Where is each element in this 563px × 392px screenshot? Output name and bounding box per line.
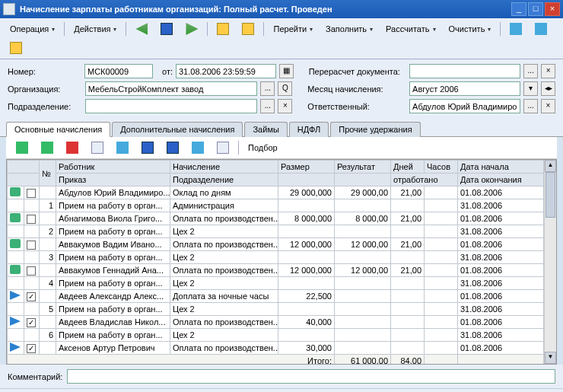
table-row[interactable]: 2Прием на работу в орган...Цех 231.08.20… [8,225,544,238]
add-row-button[interactable] [11,139,33,156]
table-row[interactable]: 5Прием на работу в орган...Цех 231.08.20… [8,303,544,316]
operation-menu[interactable]: Операция [5,22,60,36]
tab-loans[interactable]: Займы [244,122,287,137]
col-hours[interactable]: Часов [425,161,458,174]
table-row[interactable]: Абнагимова Виола Григо...Оплата по произ… [8,212,544,225]
month-spin-button[interactable]: ◂▸ [541,81,555,96]
tab-other[interactable]: Прочие удержания [330,122,420,137]
col-result[interactable]: Результат [335,161,391,174]
resp-clear-button[interactable]: × [541,99,555,113]
move-up-button[interactable] [136,139,159,156]
org-open-button[interactable]: Q [278,81,292,96]
table-row[interactable]: 3Прием на работу в орган...Цех 231.08.20… [8,251,544,264]
table-row[interactable]: 6Прием на работу в орган...Цех 231.08.20… [8,329,544,342]
dept-clear-button[interactable]: × [278,99,292,113]
refresh-icon [192,142,204,154]
month-dd-button[interactable]: ▾ [523,81,538,96]
recalc-select-button[interactable]: ... [523,64,538,78]
date-input[interactable] [176,64,276,78]
copy-row-button[interactable] [86,139,109,156]
table-row[interactable]: 4Прием на работу в орган...Цех 231.08.20… [8,277,544,290]
main-toolbar: Операция Действия Перейти Заполнить Расс… [0,18,563,59]
recalc-clear-button[interactable]: × [541,64,555,78]
tab-ndfl[interactable]: НДФЛ [289,122,329,137]
toolbar-cfg-button[interactable] [530,21,552,37]
row-status-icon [10,343,21,352]
maximize-button[interactable]: □ [528,2,543,16]
org-input[interactable] [85,81,258,96]
minimize-button[interactable]: _ [511,2,526,16]
col-n[interactable]: № [40,161,56,186]
clear-menu[interactable]: Очистить [444,22,497,36]
list-icon [510,23,522,35]
col-calc[interactable]: Начисление [170,161,278,174]
org-select-button[interactable]: ... [260,81,275,96]
col-worked[interactable]: отработано [391,174,458,186]
resp-input[interactable] [409,99,520,113]
totals-label: Итого: [8,355,335,365]
comment-input[interactable] [67,369,555,384]
nav-back-button[interactable] [130,21,153,37]
scroll-up-button[interactable]: ▲ [545,160,556,172]
col-dstart[interactable]: Дата начала [458,161,544,174]
table-row[interactable]: Абдулов Юрий Владимиро...Оклад по дням29… [8,186,544,199]
table-row[interactable]: 1Прием на работу в орган...Администрация… [8,199,544,212]
month-label: Месяц начисления: [307,84,406,94]
table-row[interactable]: Аввакумов Геннадий Ана...Оплата по произ… [8,264,544,277]
toolbar-doc1-button[interactable] [212,21,234,37]
number-input[interactable] [84,64,153,78]
actions-menu[interactable]: Действия [68,22,122,36]
row-checkbox[interactable] [27,292,36,301]
edit-row-button[interactable] [36,139,59,156]
dept-select-button[interactable]: ... [260,99,275,113]
fill-menu[interactable]: Заполнить [320,22,378,36]
doc-yellow-icon [217,23,229,35]
resp-select-button[interactable]: ... [523,99,538,113]
goto-menu[interactable]: Перейти [268,22,318,36]
sort-button[interactable] [111,139,134,156]
toolbar-list-button[interactable] [504,21,527,37]
recalc-input[interactable] [409,64,520,78]
del-row-button[interactable] [61,139,84,156]
main-grid[interactable]: № Работник Начисление Размер Результат Д… [7,160,544,364]
table-row[interactable]: Аввакумов Вадим Ивано...Оплата по произв… [8,238,544,251]
move-down-button[interactable] [161,139,184,156]
nav-fwd-button[interactable] [180,21,203,37]
row-checkbox[interactable] [27,241,36,250]
table-row[interactable]: Аксенов Артур ПетровичОплата по производ… [8,342,544,355]
dept-input[interactable] [85,99,258,113]
col-order[interactable]: Приказ [56,174,170,186]
table-row[interactable]: Авдеев Александр Алекс...Доплата за ночн… [8,290,544,303]
refresh-button[interactable] [186,139,209,156]
table-row[interactable]: Авдеев Владислав Никол...Оплата по произ… [8,316,544,329]
row-checkbox[interactable] [27,189,36,198]
row-checkbox[interactable] [27,318,36,327]
col-emp[interactable]: Работник [56,161,170,174]
titlebar: Начисление зарплаты работникам организац… [0,0,563,18]
col-days[interactable]: Дней [391,161,425,174]
cfg-icon [535,23,547,35]
col-dend[interactable]: Дата окончания [458,174,544,186]
row-checkbox[interactable] [27,344,36,353]
scroll-thumb[interactable] [546,172,555,218]
tab-extra-calc[interactable]: Дополнительные начисления [112,122,243,137]
filter-button[interactable] [212,139,234,156]
row-status-icon [10,291,21,300]
row-checkbox[interactable] [27,266,36,276]
calc-menu[interactable]: Рассчитать [380,22,441,36]
toolbar-doc2-button[interactable] [237,21,259,37]
selection-button[interactable]: Подбор [243,141,283,155]
col-dept[interactable]: Подразделение [170,174,278,186]
col-size[interactable]: Размер [278,161,335,174]
scroll-down-button[interactable]: ▼ [545,352,556,364]
toolbar-help-button[interactable] [5,40,27,56]
vertical-scrollbar[interactable]: ▲ ▼ [544,160,556,364]
toolbar-grid-button[interactable] [155,21,178,37]
date-picker-button[interactable]: ▦ [279,64,294,78]
tab-main-calc[interactable]: Основные начисления [6,122,110,137]
month-input[interactable] [409,81,520,96]
doc-yellow2-icon [242,23,254,35]
window-title: Начисление зарплаты работникам организац… [20,5,511,14]
close-button[interactable]: × [545,2,560,16]
row-checkbox[interactable] [27,215,36,224]
